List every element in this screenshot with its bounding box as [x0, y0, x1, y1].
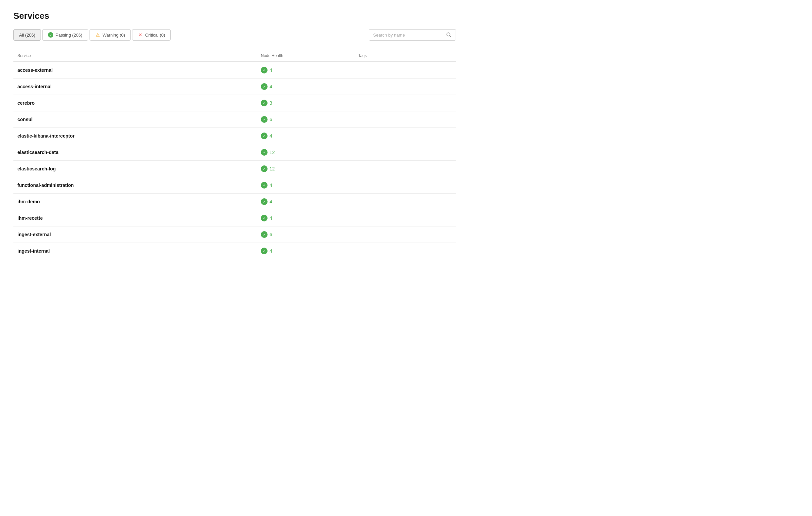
- node-health: ✓12: [261, 149, 350, 156]
- table-row[interactable]: functional-administration✓4: [13, 177, 456, 194]
- tags-cell: [354, 210, 456, 226]
- table-row[interactable]: elasticsearch-log✓12: [13, 161, 456, 177]
- health-check-icon: ✓: [261, 83, 267, 90]
- table-header-row: Service Node Health Tags: [13, 50, 456, 62]
- col-header-tags: Tags: [354, 50, 456, 62]
- table-row[interactable]: access-external✓4: [13, 62, 456, 79]
- health-check-icon: ✓: [261, 215, 267, 221]
- service-name: ihm-recette: [18, 215, 42, 221]
- service-name-cell: ihm-recette: [13, 210, 257, 226]
- svg-line-1: [450, 36, 451, 37]
- tab-passing-label: Passing (206): [55, 32, 82, 37]
- tags-cell: [354, 95, 456, 111]
- tags-cell: [354, 161, 456, 177]
- table-row[interactable]: elasticsearch-data✓12: [13, 144, 456, 161]
- tags-cell: [354, 128, 456, 144]
- service-name: ingest-external: [18, 232, 51, 237]
- service-name: elasticsearch-data: [18, 150, 58, 155]
- tags-cell: [354, 111, 456, 128]
- table-row[interactable]: consul✓6: [13, 111, 456, 128]
- toolbar: All (206) ✓ Passing (206) ⚠ Warning (0) …: [13, 29, 456, 40]
- search-button[interactable]: [442, 29, 456, 40]
- node-health-cell: ✓6: [257, 226, 354, 243]
- service-name-cell: ingest-external: [13, 226, 257, 243]
- health-check-icon: ✓: [261, 248, 267, 254]
- node-health-cell: ✓12: [257, 161, 354, 177]
- node-health-cell: ✓4: [257, 210, 354, 226]
- page-title: Services: [13, 11, 456, 21]
- service-name: elastic-kibana-interceptor: [18, 133, 75, 139]
- health-check-icon: ✓: [261, 67, 267, 74]
- health-check-icon: ✓: [261, 133, 267, 139]
- service-name: cerebro: [18, 100, 34, 106]
- node-health: ✓4: [261, 248, 350, 254]
- table-row[interactable]: elastic-kibana-interceptor✓4: [13, 128, 456, 144]
- node-health: ✓4: [261, 67, 350, 74]
- health-check-icon: ✓: [261, 231, 267, 238]
- search-input[interactable]: [369, 30, 442, 40]
- service-name: functional-administration: [18, 183, 74, 188]
- service-name: access-internal: [18, 84, 52, 89]
- node-health-cell: ✓4: [257, 177, 354, 194]
- service-name-cell: access-external: [13, 62, 257, 79]
- tags-cell: [354, 62, 456, 79]
- health-check-icon: ✓: [261, 198, 267, 205]
- node-health-cell: ✓12: [257, 144, 354, 161]
- service-name: consul: [18, 117, 32, 122]
- health-count: 4: [269, 199, 272, 204]
- table-row[interactable]: cerebro✓3: [13, 95, 456, 111]
- service-name-cell: ihm-demo: [13, 194, 257, 210]
- table-row[interactable]: ingest-external✓6: [13, 226, 456, 243]
- health-count: 3: [269, 100, 272, 106]
- health-count: 4: [269, 215, 272, 221]
- service-name-cell: elasticsearch-log: [13, 161, 257, 177]
- passing-icon: ✓: [48, 32, 53, 37]
- search-icon: [446, 32, 452, 37]
- tab-all[interactable]: All (206): [13, 29, 41, 40]
- tab-warning-label: Warning (0): [103, 32, 125, 37]
- node-health-cell: ✓3: [257, 95, 354, 111]
- node-health-cell: ✓6: [257, 111, 354, 128]
- service-name: elasticsearch-log: [18, 166, 56, 171]
- node-health: ✓4: [261, 198, 350, 205]
- health-count: 4: [269, 84, 272, 89]
- col-header-health: Node Health: [257, 50, 354, 62]
- node-health: ✓4: [261, 215, 350, 221]
- node-health-cell: ✓4: [257, 128, 354, 144]
- node-health: ✓6: [261, 116, 350, 123]
- health-count: 12: [269, 166, 275, 171]
- page-container: Services All (206) ✓ Passing (206) ⚠ War…: [0, 0, 469, 270]
- table-row[interactable]: ingest-internal✓4: [13, 243, 456, 259]
- service-name-cell: ingest-internal: [13, 243, 257, 259]
- tags-cell: [354, 243, 456, 259]
- tab-warning[interactable]: ⚠ Warning (0): [89, 29, 131, 40]
- tags-cell: [354, 194, 456, 210]
- services-table: Service Node Health Tags access-external…: [13, 50, 456, 259]
- tab-passing[interactable]: ✓ Passing (206): [42, 29, 88, 40]
- table-row[interactable]: ihm-recette✓4: [13, 210, 456, 226]
- node-health: ✓12: [261, 165, 350, 172]
- service-name-cell: cerebro: [13, 95, 257, 111]
- tags-cell: [354, 226, 456, 243]
- node-health-cell: ✓4: [257, 62, 354, 79]
- tags-cell: [354, 79, 456, 95]
- node-health-cell: ✓4: [257, 79, 354, 95]
- critical-icon: ✕: [138, 32, 143, 37]
- health-count: 4: [269, 248, 272, 254]
- tab-critical[interactable]: ✕ Critical (0): [132, 29, 171, 40]
- node-health: ✓4: [261, 83, 350, 90]
- health-check-icon: ✓: [261, 165, 267, 172]
- node-health: ✓4: [261, 133, 350, 139]
- health-check-icon: ✓: [261, 182, 267, 189]
- table-row[interactable]: access-internal✓4: [13, 79, 456, 95]
- health-count: 4: [269, 67, 272, 73]
- table-row[interactable]: ihm-demo✓4: [13, 194, 456, 210]
- service-name-cell: functional-administration: [13, 177, 257, 194]
- service-name-cell: access-internal: [13, 79, 257, 95]
- service-name: ihm-demo: [18, 199, 40, 204]
- health-count: 4: [269, 133, 272, 139]
- service-name: ingest-internal: [18, 248, 50, 254]
- warning-icon: ⚠: [95, 32, 100, 37]
- tab-critical-label: Critical (0): [145, 32, 165, 37]
- node-health: ✓6: [261, 231, 350, 238]
